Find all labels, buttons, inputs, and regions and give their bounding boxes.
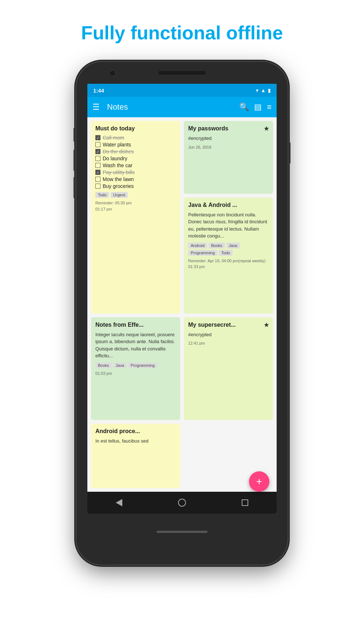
- note-text-java-android: Pellentesque non tincidunt nulla. Donec …: [188, 211, 269, 240]
- check-label-do-dishes: Do the dishes: [103, 149, 134, 154]
- hamburger-menu-icon[interactable]: ☰: [92, 102, 100, 112]
- checkbox-mow-lawn[interactable]: [95, 177, 100, 182]
- notes-grid: Must do today Call mom Water plants Do t…: [87, 117, 277, 492]
- tag-java[interactable]: Java: [226, 243, 240, 248]
- tag-todo[interactable]: Todo: [95, 192, 109, 198]
- check-label-water-plants: Water plants: [103, 142, 131, 148]
- app-bar: ☰ Notes 🔍 ▤ ≡: [87, 97, 277, 117]
- note-title-my-supersecret: My supersecret...: [188, 322, 269, 328]
- status-bar: 1:44 ▾ ▲ ▮: [87, 84, 277, 97]
- checkbox-pay-bills[interactable]: [95, 170, 100, 175]
- wifi-icon: ▾: [256, 87, 258, 93]
- check-item-do-laundry[interactable]: Do laundry: [95, 156, 176, 161]
- phone-screen: 1:44 ▾ ▲ ▮ ☰ Notes 🔍 ▤ ≡: [87, 84, 277, 514]
- note-tags-must-do-today: Todo Urgent: [95, 192, 176, 198]
- home-icon: [178, 499, 186, 507]
- note-text-my-supersecret: #encrypted: [188, 331, 269, 338]
- check-item-buy-groceries[interactable]: Buy groceries: [95, 183, 176, 189]
- check-label-pay-bills: Pay utility bills: [103, 169, 135, 175]
- note-meta-must-do-today: Reminder: 05:30 pm01:17 pm: [95, 200, 176, 212]
- check-item-pay-bills[interactable]: Pay utility bills: [95, 169, 176, 175]
- note-title-notes-from-effe: Notes from Effe...: [95, 322, 176, 328]
- check-label-buy-groceries: Buy groceries: [103, 183, 134, 189]
- tag-books-2[interactable]: Books: [95, 362, 112, 368]
- check-label-call-mom: Call mom: [103, 135, 124, 141]
- checkbox-do-dishes[interactable]: [95, 149, 100, 154]
- search-icon[interactable]: 🔍: [239, 102, 249, 112]
- earpiece-speaker: [158, 71, 206, 75]
- note-meta-java-android: Reminder: Apr 19, 04:00 pm(repeat weekly…: [188, 258, 269, 270]
- volume-up-button: [74, 149, 76, 171]
- status-icons: ▾ ▲ ▮: [256, 87, 271, 93]
- tag-programming[interactable]: Programming: [188, 250, 217, 256]
- recents-icon: [242, 499, 248, 506]
- note-meta-notes-from-effe: 01:03 pm: [95, 370, 176, 377]
- checkbox-buy-groceries[interactable]: [95, 184, 100, 189]
- signal-icon: ▲: [261, 87, 266, 93]
- tag-programming-2[interactable]: Programming: [128, 362, 157, 368]
- note-text-notes-from-effe: Integer iaculis neque laoreet, posuere i…: [95, 331, 176, 360]
- note-card-android-proce[interactable]: Android proce... In est tellus, faucibus…: [91, 424, 180, 488]
- checkbox-wash-car[interactable]: [95, 163, 100, 168]
- check-item-wash-car[interactable]: Wash the car: [95, 162, 176, 168]
- page-heading: Fully functional offline: [0, 0, 364, 58]
- note-meta-my-supersecret: 12:41 pm: [188, 340, 269, 346]
- screen-container: 1:44 ▾ ▲ ▮ ☰ Notes 🔍 ▤ ≡: [87, 84, 277, 514]
- phone-top: [76, 62, 288, 84]
- tag-java-2[interactable]: Java: [113, 362, 127, 368]
- fab-plus-icon: +: [256, 476, 262, 487]
- note-tags-java-android: Android Books Java Programming Todo: [188, 243, 269, 256]
- note-text-my-passwords: #encrypted: [188, 135, 269, 142]
- checkbox-call-mom[interactable]: [95, 135, 100, 140]
- app-title: Notes: [107, 102, 234, 112]
- checkbox-water-plants[interactable]: [95, 142, 100, 147]
- star-icon-passwords[interactable]: ★: [264, 125, 269, 133]
- note-title-must-do-today: Must do today: [95, 125, 176, 132]
- tag-android[interactable]: Android: [188, 243, 207, 248]
- status-time: 1:44: [93, 87, 104, 94]
- back-button[interactable]: [112, 496, 126, 509]
- phone-bottom: [76, 514, 288, 550]
- front-camera: [109, 70, 116, 76]
- battery-icon: ▮: [268, 87, 271, 93]
- filter-icon[interactable]: ≡: [267, 102, 272, 112]
- note-card-notes-from-effe[interactable]: Notes from Effe... Integer iaculis neque…: [91, 317, 180, 420]
- note-card-must-do-today[interactable]: Must do today Call mom Water plants Do t…: [91, 121, 180, 314]
- fab-add-button[interactable]: +: [249, 471, 269, 492]
- check-label-mow-lawn: Mow the lawn: [103, 176, 134, 182]
- check-item-do-dishes[interactable]: Do the dishes: [95, 149, 176, 154]
- note-tags-notes-from-effe: Books Java Programming: [95, 362, 176, 368]
- check-item-call-mom[interactable]: Call mom: [95, 135, 176, 141]
- note-title-android-proce: Android proce...: [95, 428, 176, 435]
- power-button: [288, 142, 290, 164]
- view-toggle-icon[interactable]: ▤: [254, 102, 262, 112]
- note-card-my-passwords[interactable]: ★ My passwords #encrypted Jun 26, 2018: [184, 121, 273, 194]
- checkbox-do-laundry[interactable]: [95, 156, 100, 161]
- check-label-do-laundry: Do laundry: [103, 156, 127, 161]
- note-title-my-passwords: My passwords: [188, 125, 269, 132]
- tag-todo-2[interactable]: Todo: [219, 250, 233, 256]
- check-item-water-plants[interactable]: Water plants: [95, 142, 176, 148]
- note-card-my-supersecret[interactable]: ★ My supersecret... #encrypted 12:41 pm: [184, 317, 273, 420]
- note-title-java-android: Java & Android ...: [188, 202, 269, 208]
- note-card-java-android[interactable]: Java & Android ... Pellentesque non tinc…: [184, 197, 273, 314]
- volume-mute-button: [74, 127, 76, 142]
- home-button[interactable]: [175, 496, 189, 509]
- phone-body: 1:44 ▾ ▲ ▮ ☰ Notes 🔍 ▤ ≡: [76, 62, 288, 565]
- back-icon: [116, 499, 122, 506]
- bottom-navigation: [87, 492, 277, 514]
- volume-down-button: [74, 177, 76, 199]
- tag-urgent[interactable]: Urgent: [111, 192, 128, 198]
- tag-books[interactable]: Books: [209, 243, 225, 248]
- home-indicator-bar: [157, 531, 207, 533]
- phone-mockup: 1:44 ▾ ▲ ▮ ☰ Notes 🔍 ▤ ≡: [76, 58, 288, 568]
- note-meta-my-passwords: Jun 26, 2018: [188, 144, 269, 150]
- star-icon-supersecret[interactable]: ★: [264, 321, 269, 329]
- recents-button[interactable]: [238, 496, 252, 509]
- check-item-mow-lawn[interactable]: Mow the lawn: [95, 176, 176, 182]
- check-label-wash-car: Wash the car: [103, 162, 132, 168]
- note-text-android-proce: In est tellus, faucibus sed: [95, 437, 176, 445]
